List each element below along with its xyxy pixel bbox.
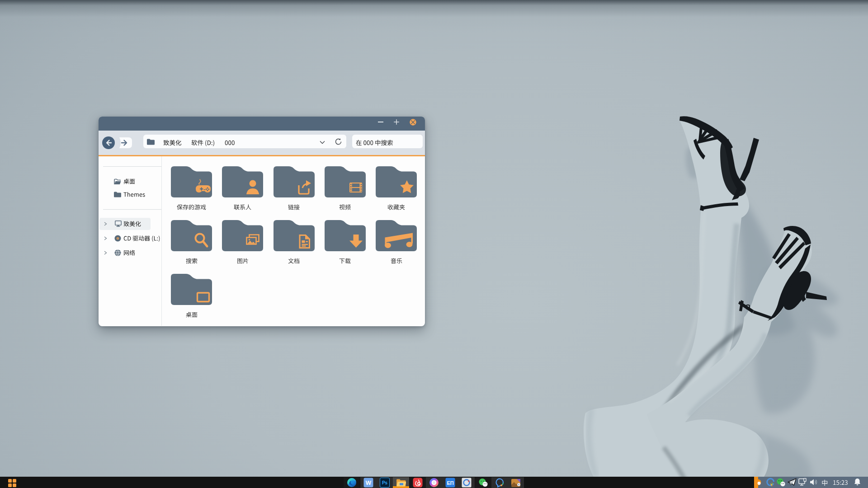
svg-text:ЕП: ЕП	[447, 480, 453, 486]
svg-text:W: W	[365, 479, 371, 486]
svg-text:Ps: Ps	[382, 480, 388, 485]
